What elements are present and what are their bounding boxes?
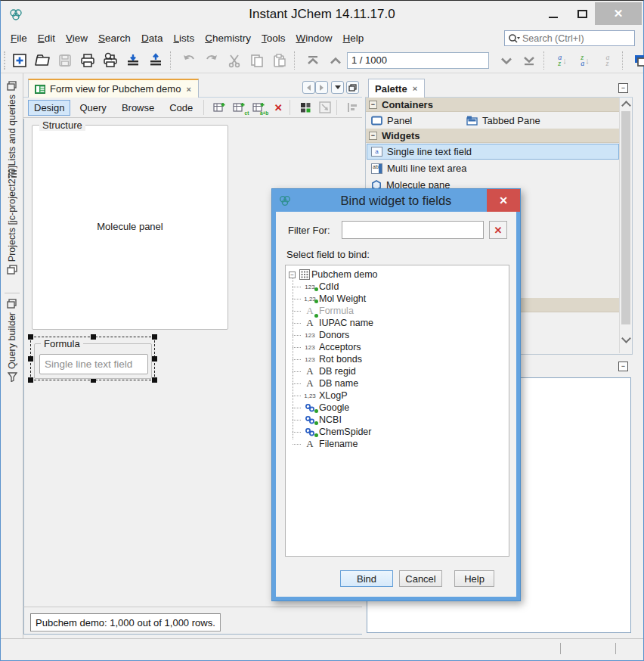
minimize-panel-icon[interactable]: −	[618, 83, 628, 93]
sort-ascending-icon[interactable]: az↓	[551, 51, 574, 70]
selected-widget[interactable]: Formula Single line text field	[30, 337, 155, 380]
remove-widget-icon[interactable]: ✕	[268, 98, 288, 116]
palette-scrollbar[interactable]	[619, 98, 632, 353]
formula-group[interactable]: Formula Single line text field	[34, 343, 152, 379]
tree-root-row[interactable]: − Pubchem demo	[287, 268, 507, 281]
palette-item-multi-line-text-area[interactable]: ab Multi line text area	[367, 160, 471, 176]
field-row-mol-weight[interactable]: 1,23Mol Weight	[287, 293, 507, 305]
last-record-icon[interactable]	[518, 51, 540, 70]
copy-icon[interactable]	[246, 51, 268, 70]
sidebar-tab-projects[interactable]: Projects [jc-project270]	[1, 166, 23, 275]
quick-search[interactable]	[504, 30, 635, 46]
resize-mode-icon[interactable]	[315, 98, 335, 116]
tab-close-icon[interactable]: ×	[185, 85, 191, 94]
redo-icon[interactable]	[200, 51, 223, 70]
export-icon[interactable]	[144, 51, 167, 70]
field-row-iupac-name[interactable]: AIUPAC name	[287, 317, 507, 329]
menu-file[interactable]: File	[5, 30, 33, 46]
close-button[interactable]: ✕	[595, 2, 642, 25]
resize-handle[interactable]	[28, 334, 33, 340]
formula-text-field[interactable]: Single line text field	[39, 354, 148, 374]
cancel-button[interactable]: Cancel	[399, 570, 442, 587]
import-icon[interactable]	[122, 51, 144, 70]
mode-browse[interactable]: Browse	[116, 100, 160, 116]
menu-help[interactable]: Help	[337, 30, 369, 46]
palette-item-single-line-text-field[interactable]: a Single line text field	[367, 144, 619, 160]
menu-search[interactable]: Search	[93, 30, 136, 46]
minimize-button[interactable]	[542, 2, 565, 25]
tab-list-dropdown-icon[interactable]	[331, 81, 344, 94]
menu-edit[interactable]: Edit	[33, 30, 60, 46]
next-record-icon[interactable]	[495, 51, 518, 70]
new-form-icon[interactable]	[8, 51, 31, 70]
menu-view[interactable]: View	[60, 30, 93, 46]
clear-filter-button[interactable]: ✕	[489, 221, 507, 239]
print-icon[interactable]	[76, 51, 99, 70]
first-record-icon[interactable]	[302, 51, 324, 70]
mode-design[interactable]: Design	[28, 100, 70, 116]
add-widget-ct-icon[interactable]: ct	[229, 98, 249, 116]
add-widget-icon[interactable]	[209, 98, 229, 116]
scroll-down-icon[interactable]	[620, 332, 632, 342]
field-row-cdid[interactable]: 123CdId	[287, 281, 507, 293]
menu-chemistry[interactable]: Chemistry	[200, 30, 256, 46]
resize-handle[interactable]	[28, 377, 33, 383]
sort-custom-icon[interactable]: az	[596, 51, 619, 70]
undo-icon[interactable]	[178, 51, 200, 70]
palette-item-tabbed-pane[interactable]: Tabbed Pane	[463, 113, 544, 129]
maximize-button[interactable]	[571, 2, 593, 25]
resize-handle[interactable]	[28, 356, 33, 362]
resize-handle[interactable]	[152, 334, 157, 340]
resize-handle[interactable]	[152, 377, 157, 383]
structure-panel[interactable]: Structure Molecule panel	[32, 125, 228, 330]
menu-data[interactable]: Data	[136, 30, 169, 46]
scroll-up-icon[interactable]	[621, 101, 631, 110]
help-button[interactable]: Help	[454, 570, 494, 587]
dock-group-icon[interactable]	[7, 299, 17, 309]
tab-close-icon[interactable]: ×	[412, 84, 418, 93]
scroll-tabs-left-icon[interactable]	[302, 81, 315, 94]
save-icon[interactable]	[54, 51, 76, 70]
show-grid-icon[interactable]	[296, 98, 315, 116]
search-input[interactable]	[522, 33, 634, 44]
resize-handle[interactable]	[91, 334, 96, 340]
collapse-icon[interactable]: −	[289, 272, 296, 278]
align-left-icon[interactable]	[342, 98, 362, 116]
record-counter-input[interactable]	[347, 52, 489, 69]
sort-descending-icon[interactable]: za↓	[574, 51, 596, 70]
field-row-chemspider[interactable]: ChemSpider	[287, 426, 507, 438]
palette-section-widgets[interactable]: − Widgets	[366, 129, 620, 143]
field-row-acceptors[interactable]: 123Acceptors	[287, 341, 507, 353]
field-row-formula[interactable]: AFormula	[287, 305, 507, 317]
field-row-donors[interactable]: 123Donors	[287, 329, 507, 341]
palette-item-panel[interactable]: Panel	[367, 113, 416, 129]
minimize-panel-icon[interactable]: −	[618, 362, 628, 371]
tab-palette[interactable]: Palette ×	[368, 79, 425, 98]
collapse-icon[interactable]: −	[369, 101, 377, 109]
dialog-title-bar[interactable]: Bind widget to fields	[272, 189, 520, 212]
resize-handle[interactable]	[152, 356, 157, 362]
tab-form-view[interactable]: Form view for Pubchem demo ×	[28, 79, 199, 98]
field-row-db-name[interactable]: ADB name	[287, 377, 507, 389]
field-row-db-regid[interactable]: ADB regid	[287, 365, 507, 377]
menu-lists[interactable]: Lists	[168, 30, 200, 46]
dialog-close-button[interactable]: ✕	[487, 189, 520, 212]
dock-group-icon[interactable]	[7, 81, 17, 91]
mode-query[interactable]: Query	[73, 100, 112, 116]
field-tree[interactable]: − Pubchem demo 123CdId 1,23Mol Weight AF…	[285, 265, 509, 557]
print-preview-icon[interactable]	[99, 51, 122, 70]
bind-button[interactable]: Bind	[340, 570, 393, 587]
open-icon[interactable]	[31, 51, 54, 70]
add-widget-ab-icon[interactable]: a+b	[249, 98, 268, 116]
mode-code[interactable]: Code	[163, 100, 199, 116]
field-row-google[interactable]: Google	[287, 402, 507, 414]
sidebar-tab-query-builder[interactable]: Query builder	[1, 312, 23, 382]
previous-record-icon[interactable]	[324, 51, 347, 70]
reset-window-layout-icon[interactable]	[630, 51, 644, 70]
field-row-filename[interactable]: AFilename	[287, 438, 507, 450]
field-row-xlogp[interactable]: 1,23XLogP	[287, 389, 507, 402]
field-row-rot-bonds[interactable]: 123Rot bonds	[287, 353, 507, 365]
collapse-icon[interactable]: −	[369, 132, 377, 140]
scrollbar-thumb[interactable]	[621, 111, 630, 324]
scroll-tabs-right-icon[interactable]	[315, 81, 328, 94]
